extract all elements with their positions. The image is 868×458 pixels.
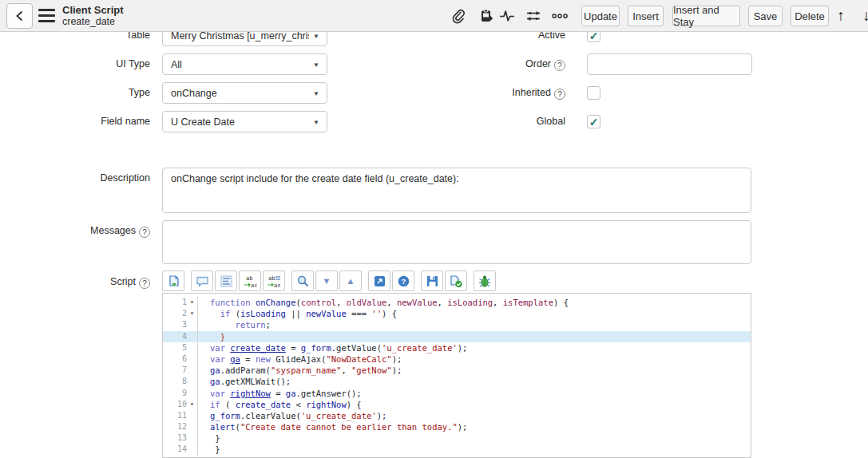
code-token: new (256, 354, 271, 364)
find-previous-icon[interactable]: ▲ (339, 270, 362, 291)
code-line[interactable]: 1▾function onChange(control, oldValue, n… (163, 297, 751, 308)
attachment-icon[interactable] (448, 6, 469, 26)
code-token: '' (371, 309, 382, 318)
code-token: "getNow" (351, 365, 392, 375)
open-in-new-window-icon[interactable] (368, 270, 390, 291)
code-token: .addParam( (220, 365, 271, 375)
code-token: ( (230, 309, 240, 318)
save-button[interactable]: Save (748, 6, 783, 26)
editor-gutter: 6 (163, 353, 198, 365)
editor-gutter: 5 (163, 342, 198, 353)
fold-spacer (187, 353, 197, 365)
ui-type-select[interactable]: All▼ (162, 53, 327, 75)
type-label: Type (0, 87, 150, 98)
syntax-check-icon[interactable] (445, 270, 467, 291)
up-arrow-icon[interactable]: ↑ (830, 6, 851, 26)
ui-type-label: UI Type (0, 58, 150, 69)
save-script-icon[interactable] (421, 270, 443, 291)
code-text: if ( create_date < rightNow) { (198, 399, 362, 410)
code-token (210, 320, 236, 330)
code-token (210, 309, 220, 318)
chevron-left-icon (14, 10, 26, 22)
code-token: rightNow (230, 389, 271, 398)
field-name-select[interactable]: U Create Date▼ (162, 111, 327, 132)
line-number: 9 (163, 388, 187, 399)
inherited-checkbox[interactable] (587, 86, 600, 100)
search-icon[interactable] (291, 270, 314, 291)
code-line[interactable]: 7ga.addParam("sysparm_name", "getNow"); (163, 365, 751, 376)
code-line[interactable]: 4 } (163, 331, 751, 342)
personalize-form-icon[interactable] (523, 6, 544, 26)
code-text: } (198, 444, 220, 455)
code-token: onChange (256, 298, 296, 307)
code-line[interactable]: 6var ga = new GlideAjax("NowDateCalc"); (163, 353, 751, 365)
type-value: onChange (171, 88, 217, 99)
script-label: Script? (0, 276, 150, 289)
code-token: , (438, 298, 448, 307)
code-token: ); (458, 422, 468, 432)
line-number: 1 (163, 297, 187, 308)
code-line[interactable]: 3 return; (163, 319, 751, 330)
script-editor-toolbar: abacabac▼▲? (162, 270, 496, 291)
code-line[interactable]: 11g_form.clearValue('u_create_date'); (163, 410, 751, 421)
fold-spacer (187, 342, 197, 353)
editor-gutter: 2▾ (163, 308, 198, 319)
script-code-editor[interactable]: 1▾function onChange(control, oldValue, n… (162, 293, 751, 458)
fold-spacer (187, 388, 197, 399)
syntax-editor-toggle-icon[interactable] (162, 270, 184, 291)
code-line[interactable]: 13 } (163, 432, 751, 444)
code-token: ); (392, 365, 402, 375)
back-button[interactable] (6, 3, 33, 29)
code-line[interactable]: 12alert("Create date cannot be earlier t… (163, 421, 751, 432)
fold-toggle-icon[interactable]: ▾ (187, 399, 197, 410)
clipboard-icon[interactable] (476, 6, 497, 26)
code-line[interactable]: 2▾ if (isLoading || newValue === '') { (163, 308, 751, 319)
delete-button[interactable]: Delete (791, 6, 829, 26)
help-icon[interactable]: ? (139, 278, 150, 289)
code-text: return; (198, 319, 271, 330)
fold-spacer (187, 432, 197, 444)
insert-and-stay-button[interactable]: Insert and Stay (672, 6, 740, 26)
messages-field[interactable] (162, 220, 751, 264)
code-line[interactable]: 8ga.getXMLWait(); (163, 376, 751, 387)
down-arrow-icon[interactable]: ↓ (856, 6, 868, 26)
fold-toggle-icon[interactable]: ▾ (187, 297, 197, 308)
help-icon[interactable]: ? (554, 60, 565, 71)
help-icon[interactable]: ? (139, 227, 150, 238)
code-line[interactable]: 14 } (163, 444, 751, 455)
insert-button[interactable]: Insert (628, 6, 664, 26)
global-checkbox[interactable]: ✓ (587, 115, 600, 128)
chevron-down-icon: ▼ (313, 90, 319, 97)
find-next-icon[interactable]: ▼ (315, 270, 338, 291)
code-token: < (291, 400, 306, 409)
format-code-icon[interactable] (215, 270, 237, 291)
description-field[interactable]: onChange script include for the create d… (162, 168, 751, 213)
line-number: 5 (163, 342, 187, 353)
help-icon[interactable]: ? (554, 89, 565, 100)
type-select[interactable]: onChange▼ (162, 82, 327, 104)
code-token: var (210, 354, 225, 364)
code-token: || (286, 309, 306, 318)
more-options-icon[interactable] (549, 6, 570, 26)
description-label: Description (0, 172, 150, 184)
comment-icon[interactable] (191, 270, 213, 291)
update-button[interactable]: Update (581, 6, 620, 26)
ui-type-value: All (171, 59, 182, 70)
replace-all-icon[interactable]: abac (263, 270, 285, 291)
code-line[interactable]: 9var rightNow = ga.getAnswer(); (163, 388, 751, 399)
replace-icon[interactable]: abac (239, 270, 261, 291)
help-icon[interactable]: ? (392, 270, 414, 291)
code-text: var create_date = g_form.getValue('u_cre… (198, 342, 467, 353)
order-field[interactable] (587, 53, 752, 75)
context-menu-icon[interactable] (38, 9, 55, 22)
code-line[interactable]: 5var create_date = g_form.getValue('u_cr… (163, 342, 751, 353)
code-token: g_form (301, 343, 331, 353)
activity-stream-icon[interactable] (497, 6, 517, 26)
debug-icon[interactable] (474, 270, 496, 291)
code-token: .clearValue( (240, 411, 301, 420)
line-number: 12 (163, 421, 187, 432)
code-line[interactable]: 10▾if ( create_date < rightNow) { (163, 399, 751, 410)
fold-toggle-icon[interactable]: ▾ (187, 308, 197, 319)
code-token: "NowDateCalc" (326, 354, 391, 364)
fold-spacer (187, 421, 197, 432)
